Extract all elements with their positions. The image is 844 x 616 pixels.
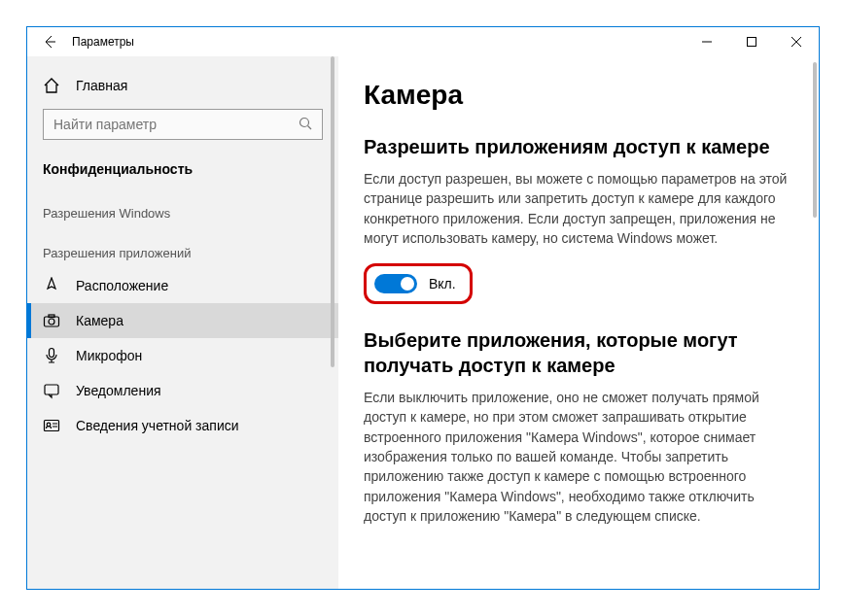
- svg-point-1: [300, 118, 309, 126]
- sidebar-category-title: Конфиденциальность: [27, 150, 338, 188]
- toggle-label: Вкл.: [429, 276, 456, 291]
- camera-access-toggle-highlight: Вкл.: [364, 263, 473, 304]
- sidebar: Главная Найти параметр Конфиденциальност…: [27, 56, 338, 589]
- main-scrollbar[interactable]: [813, 56, 817, 589]
- sidebar-item-notifications[interactable]: Уведомления: [27, 373, 338, 408]
- window-body: Главная Найти параметр Конфиденциальност…: [27, 56, 819, 589]
- sidebar-item-camera[interactable]: Камера: [27, 303, 338, 338]
- svg-point-3: [49, 319, 54, 325]
- account-icon: [43, 417, 60, 434]
- titlebar: Параметры: [27, 27, 819, 56]
- section-heading-allow: Разрешить приложениям доступ к камере: [364, 134, 793, 159]
- svg-rect-0: [748, 38, 756, 47]
- home-icon: [43, 77, 60, 94]
- sidebar-item-label: Сведения учетной записи: [76, 418, 239, 433]
- sidebar-item-label: Камера: [76, 313, 123, 328]
- sidebar-scrollbar[interactable]: [331, 56, 334, 589]
- maximize-button[interactable]: [729, 27, 774, 56]
- scrollbar-thumb[interactable]: [813, 62, 817, 218]
- search-placeholder: Найти параметр: [53, 117, 157, 132]
- sidebar-item-location[interactable]: Расположение: [27, 268, 338, 303]
- notifications-icon: [43, 382, 60, 399]
- sidebar-item-home[interactable]: Главная: [27, 68, 338, 103]
- page-title: Камера: [364, 80, 793, 111]
- sidebar-item-account[interactable]: Сведения учетной записи: [27, 408, 338, 443]
- svg-rect-4: [49, 315, 54, 318]
- section-heading-choose-apps: Выберите приложения, которые могут получ…: [364, 327, 793, 378]
- microphone-icon: [43, 347, 60, 364]
- sidebar-section-apps: Разрешения приложений: [27, 228, 338, 268]
- settings-window: Параметры Главная Найти параметр: [26, 26, 820, 590]
- section-body-choose-apps: Если выключить приложение, оно не сможет…: [364, 388, 793, 526]
- sidebar-item-label: Главная: [76, 78, 127, 93]
- svg-rect-6: [45, 385, 58, 394]
- window-controls: [685, 27, 819, 56]
- main-content: Камера Разрешить приложениям доступ к ка…: [338, 56, 819, 589]
- sidebar-item-label: Уведомления: [76, 383, 161, 398]
- toggle-knob: [401, 277, 414, 291]
- minimize-button[interactable]: [685, 27, 729, 56]
- svg-rect-5: [50, 349, 54, 358]
- window-title: Параметры: [72, 35, 134, 49]
- sidebar-item-label: Микрофон: [76, 348, 142, 363]
- camera-access-toggle[interactable]: [374, 274, 417, 293]
- svg-rect-7: [45, 421, 59, 431]
- sidebar-section-windows: Разрешения Windows: [27, 188, 338, 228]
- section-body-allow: Если доступ разрешен, вы можете с помощь…: [364, 169, 793, 248]
- search-input[interactable]: Найти параметр: [43, 109, 323, 140]
- camera-icon: [43, 312, 60, 329]
- close-button[interactable]: [774, 27, 819, 56]
- arrow-left-icon: [43, 35, 56, 49]
- search-icon: [299, 117, 312, 133]
- sidebar-item-label: Расположение: [76, 278, 168, 293]
- sidebar-item-microphone[interactable]: Микрофон: [27, 338, 338, 373]
- back-button[interactable]: [27, 27, 72, 56]
- scrollbar-thumb[interactable]: [331, 56, 334, 367]
- location-icon: [43, 277, 60, 294]
